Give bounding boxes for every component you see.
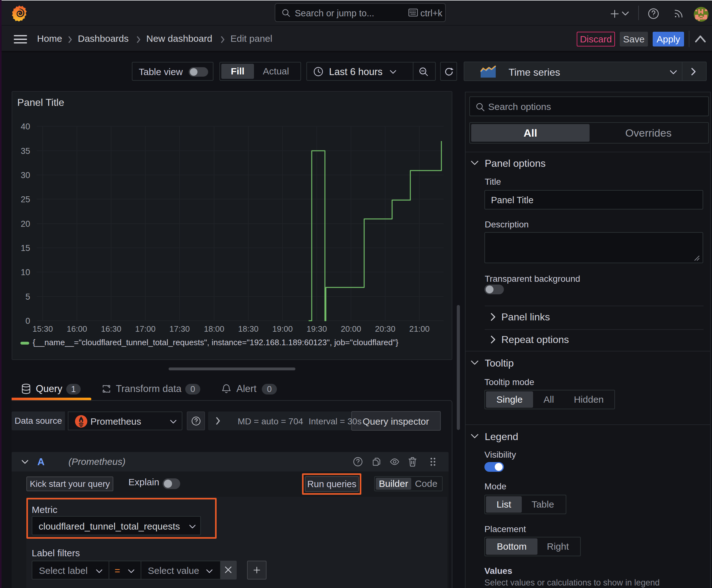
- svg-text:25: 25: [21, 195, 30, 204]
- svg-text:5: 5: [25, 292, 30, 301]
- svg-text:17:00: 17:00: [135, 324, 155, 334]
- svg-text:18:30: 18:30: [238, 324, 258, 334]
- svg-text:19:00: 19:00: [272, 324, 293, 334]
- svg-text:17:30: 17:30: [169, 324, 190, 334]
- svg-text:19:30: 19:30: [306, 324, 327, 334]
- svg-text:30: 30: [21, 171, 30, 180]
- svg-text:21:00: 21:00: [409, 324, 429, 334]
- svg-text:18:00: 18:00: [204, 324, 224, 334]
- svg-text:15:30: 15:30: [33, 324, 53, 334]
- svg-text:35: 35: [21, 146, 30, 156]
- svg-text:0: 0: [25, 316, 30, 326]
- svg-text:20: 20: [21, 219, 30, 229]
- svg-text:15: 15: [21, 244, 30, 253]
- svg-text:16:30: 16:30: [101, 324, 121, 334]
- svg-text:20:30: 20:30: [375, 324, 395, 334]
- svg-text:20:00: 20:00: [341, 324, 361, 334]
- svg-text:16:00: 16:00: [67, 324, 87, 334]
- svg-text:40: 40: [21, 122, 30, 131]
- svg-text:10: 10: [21, 268, 30, 277]
